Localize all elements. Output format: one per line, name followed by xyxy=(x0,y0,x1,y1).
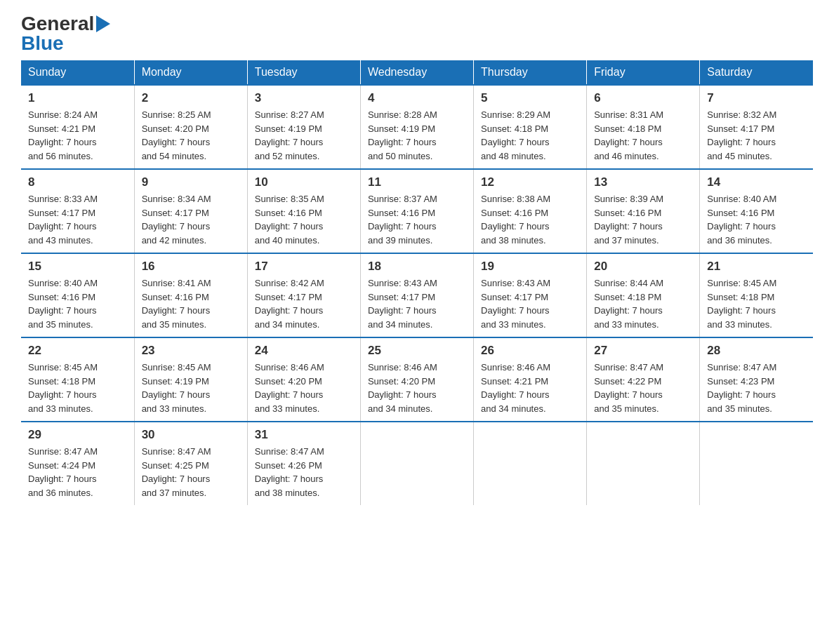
day-number: 31 xyxy=(255,428,353,442)
day-cell: 28 Sunrise: 8:47 AM Sunset: 4:23 PM Dayl… xyxy=(700,337,813,422)
day-cell: 25 Sunrise: 8:46 AM Sunset: 4:20 PM Dayl… xyxy=(360,337,473,422)
day-cell: 5 Sunrise: 8:29 AM Sunset: 4:18 PM Dayli… xyxy=(474,85,587,169)
day-number: 5 xyxy=(481,91,579,105)
day-info: Sunrise: 8:24 AM Sunset: 4:21 PM Dayligh… xyxy=(28,108,127,163)
day-number: 12 xyxy=(481,175,579,189)
day-number: 19 xyxy=(481,260,579,274)
day-cell: 19 Sunrise: 8:43 AM Sunset: 4:17 PM Dayl… xyxy=(474,253,587,337)
day-number: 1 xyxy=(28,91,127,105)
day-cell xyxy=(700,422,813,505)
day-cell: 15 Sunrise: 8:40 AM Sunset: 4:16 PM Dayl… xyxy=(21,253,134,337)
day-number: 23 xyxy=(142,344,240,358)
day-number: 4 xyxy=(368,91,466,105)
day-info: Sunrise: 8:44 AM Sunset: 4:18 PM Dayligh… xyxy=(594,276,692,331)
weekday-header-saturday: Saturday xyxy=(700,60,813,85)
day-info: Sunrise: 8:39 AM Sunset: 4:16 PM Dayligh… xyxy=(594,192,692,247)
day-info: Sunrise: 8:45 AM Sunset: 4:18 PM Dayligh… xyxy=(707,276,806,331)
day-info: Sunrise: 8:43 AM Sunset: 4:17 PM Dayligh… xyxy=(481,276,579,331)
day-info: Sunrise: 8:41 AM Sunset: 4:16 PM Dayligh… xyxy=(142,276,240,331)
weekday-header-tuesday: Tuesday xyxy=(247,60,360,85)
day-info: Sunrise: 8:43 AM Sunset: 4:17 PM Dayligh… xyxy=(368,276,466,331)
week-row-1: 1 Sunrise: 8:24 AM Sunset: 4:21 PM Dayli… xyxy=(21,85,813,169)
day-number: 21 xyxy=(707,260,806,274)
day-cell: 13 Sunrise: 8:39 AM Sunset: 4:16 PM Dayl… xyxy=(587,169,700,253)
day-cell: 24 Sunrise: 8:46 AM Sunset: 4:20 PM Dayl… xyxy=(247,337,360,422)
day-number: 26 xyxy=(481,344,579,358)
day-cell: 6 Sunrise: 8:31 AM Sunset: 4:18 PM Dayli… xyxy=(587,85,700,169)
day-number: 15 xyxy=(28,260,127,274)
day-cell: 23 Sunrise: 8:45 AM Sunset: 4:19 PM Dayl… xyxy=(134,337,247,422)
day-info: Sunrise: 8:40 AM Sunset: 4:16 PM Dayligh… xyxy=(28,276,127,331)
logo: General Blue xyxy=(21,14,110,53)
day-cell: 7 Sunrise: 8:32 AM Sunset: 4:17 PM Dayli… xyxy=(700,85,813,169)
day-cell: 14 Sunrise: 8:40 AM Sunset: 4:16 PM Dayl… xyxy=(700,169,813,253)
logo-blue-text: Blue xyxy=(21,34,64,53)
weekday-header-thursday: Thursday xyxy=(474,60,587,85)
day-cell: 11 Sunrise: 8:37 AM Sunset: 4:16 PM Dayl… xyxy=(360,169,473,253)
day-cell: 30 Sunrise: 8:47 AM Sunset: 4:25 PM Dayl… xyxy=(134,422,247,505)
day-number: 8 xyxy=(28,175,127,189)
day-info: Sunrise: 8:45 AM Sunset: 4:18 PM Dayligh… xyxy=(28,361,127,415)
week-row-2: 8 Sunrise: 8:33 AM Sunset: 4:17 PM Dayli… xyxy=(21,169,813,253)
day-info: Sunrise: 8:25 AM Sunset: 4:20 PM Dayligh… xyxy=(142,108,240,163)
day-number: 3 xyxy=(255,91,353,105)
day-info: Sunrise: 8:32 AM Sunset: 4:17 PM Dayligh… xyxy=(707,108,806,163)
day-cell: 21 Sunrise: 8:45 AM Sunset: 4:18 PM Dayl… xyxy=(700,253,813,337)
day-number: 28 xyxy=(707,344,806,358)
day-info: Sunrise: 8:38 AM Sunset: 4:16 PM Dayligh… xyxy=(481,192,579,247)
weekday-header-wednesday: Wednesday xyxy=(360,60,473,85)
weekday-header-sunday: Sunday xyxy=(21,60,134,85)
day-cell: 18 Sunrise: 8:43 AM Sunset: 4:17 PM Dayl… xyxy=(360,253,473,337)
day-cell: 4 Sunrise: 8:28 AM Sunset: 4:19 PM Dayli… xyxy=(360,85,473,169)
day-cell: 26 Sunrise: 8:46 AM Sunset: 4:21 PM Dayl… xyxy=(474,337,587,422)
day-info: Sunrise: 8:47 AM Sunset: 4:26 PM Dayligh… xyxy=(255,445,353,499)
day-cell: 10 Sunrise: 8:35 AM Sunset: 4:16 PM Dayl… xyxy=(247,169,360,253)
day-cell xyxy=(587,422,700,505)
day-cell: 29 Sunrise: 8:47 AM Sunset: 4:24 PM Dayl… xyxy=(21,422,134,505)
logo-general-text: General xyxy=(21,14,110,34)
day-number: 24 xyxy=(255,344,353,358)
day-info: Sunrise: 8:47 AM Sunset: 4:25 PM Dayligh… xyxy=(142,445,240,499)
day-info: Sunrise: 8:46 AM Sunset: 4:20 PM Dayligh… xyxy=(255,361,353,415)
day-info: Sunrise: 8:37 AM Sunset: 4:16 PM Dayligh… xyxy=(368,192,466,247)
page-header: General Blue xyxy=(21,14,813,53)
day-info: Sunrise: 8:28 AM Sunset: 4:19 PM Dayligh… xyxy=(368,108,466,163)
day-cell: 31 Sunrise: 8:47 AM Sunset: 4:26 PM Dayl… xyxy=(247,422,360,505)
day-cell: 17 Sunrise: 8:42 AM Sunset: 4:17 PM Dayl… xyxy=(247,253,360,337)
day-number: 29 xyxy=(28,428,127,442)
day-number: 17 xyxy=(255,260,353,274)
day-info: Sunrise: 8:34 AM Sunset: 4:17 PM Dayligh… xyxy=(142,192,240,247)
day-cell: 8 Sunrise: 8:33 AM Sunset: 4:17 PM Dayli… xyxy=(21,169,134,253)
day-number: 14 xyxy=(707,175,806,189)
week-row-5: 29 Sunrise: 8:47 AM Sunset: 4:24 PM Dayl… xyxy=(21,422,813,505)
day-cell: 22 Sunrise: 8:45 AM Sunset: 4:18 PM Dayl… xyxy=(21,337,134,422)
day-cell: 27 Sunrise: 8:47 AM Sunset: 4:22 PM Dayl… xyxy=(587,337,700,422)
day-info: Sunrise: 8:29 AM Sunset: 4:18 PM Dayligh… xyxy=(481,108,579,163)
day-cell xyxy=(474,422,587,505)
week-row-3: 15 Sunrise: 8:40 AM Sunset: 4:16 PM Dayl… xyxy=(21,253,813,337)
day-info: Sunrise: 8:27 AM Sunset: 4:19 PM Dayligh… xyxy=(255,108,353,163)
weekday-header-friday: Friday xyxy=(587,60,700,85)
day-number: 2 xyxy=(142,91,240,105)
weekday-header-row: SundayMondayTuesdayWednesdayThursdayFrid… xyxy=(21,60,813,85)
day-number: 20 xyxy=(594,260,692,274)
day-info: Sunrise: 8:31 AM Sunset: 4:18 PM Dayligh… xyxy=(594,108,692,163)
day-number: 25 xyxy=(368,344,466,358)
week-row-4: 22 Sunrise: 8:45 AM Sunset: 4:18 PM Dayl… xyxy=(21,337,813,422)
day-cell: 16 Sunrise: 8:41 AM Sunset: 4:16 PM Dayl… xyxy=(134,253,247,337)
day-info: Sunrise: 8:42 AM Sunset: 4:17 PM Dayligh… xyxy=(255,276,353,331)
svg-marker-0 xyxy=(96,15,110,32)
day-cell xyxy=(360,422,473,505)
day-info: Sunrise: 8:40 AM Sunset: 4:16 PM Dayligh… xyxy=(707,192,806,247)
day-info: Sunrise: 8:47 AM Sunset: 4:23 PM Dayligh… xyxy=(707,361,806,415)
day-info: Sunrise: 8:47 AM Sunset: 4:22 PM Dayligh… xyxy=(594,361,692,415)
calendar-table: SundayMondayTuesdayWednesdayThursdayFrid… xyxy=(21,60,813,505)
day-number: 18 xyxy=(368,260,466,274)
day-number: 11 xyxy=(368,175,466,189)
day-cell: 1 Sunrise: 8:24 AM Sunset: 4:21 PM Dayli… xyxy=(21,85,134,169)
day-number: 10 xyxy=(255,175,353,189)
day-number: 22 xyxy=(28,344,127,358)
day-cell: 20 Sunrise: 8:44 AM Sunset: 4:18 PM Dayl… xyxy=(587,253,700,337)
day-cell: 9 Sunrise: 8:34 AM Sunset: 4:17 PM Dayli… xyxy=(134,169,247,253)
day-info: Sunrise: 8:46 AM Sunset: 4:20 PM Dayligh… xyxy=(368,361,466,415)
